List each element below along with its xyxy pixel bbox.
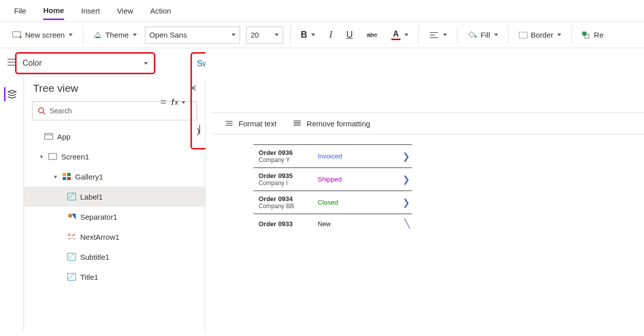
- chevron-down-icon: [494, 34, 498, 36]
- chevron-down-icon: ▾: [53, 174, 58, 180]
- tree-node-separator1[interactable]: Separator1: [33, 207, 205, 227]
- border-button[interactable]: Border: [516, 29, 564, 41]
- chevron-down-icon: [133, 34, 137, 36]
- bold-button[interactable]: B: [298, 28, 318, 42]
- tree-node-subtitle1[interactable]: Subtitle1: [33, 247, 205, 267]
- tab-view[interactable]: View: [117, 3, 133, 19]
- canvas: Format text Remove formatting Order 0936…: [205, 48, 644, 332]
- svg-rect-0: [13, 32, 21, 37]
- new-screen-button[interactable]: New screen: [9, 29, 76, 41]
- svg-point-16: [74, 234, 75, 236]
- chevron-right-icon[interactable]: ❯: [402, 151, 410, 162]
- reorder-button[interactable]: Re: [579, 29, 606, 41]
- chevron-down-icon: [557, 34, 561, 36]
- format-text-button[interactable]: Format text: [225, 119, 277, 128]
- remove-formatting-button[interactable]: Remove formatting: [293, 119, 370, 128]
- order-status: Closed: [318, 199, 398, 206]
- order-title: Order 0936: [259, 149, 314, 156]
- separator-icon: [67, 213, 76, 221]
- format-bar: Format text Remove formatting: [212, 112, 644, 134]
- order-title: Order 0933: [259, 220, 314, 228]
- property-select[interactable]: Color: [15, 52, 155, 74]
- chevron-down-icon: [69, 34, 73, 36]
- gallery-preview: Order 0936Company YInvoiced❯Order 0935Co…: [254, 144, 412, 233]
- fill-label: Fill: [481, 31, 490, 39]
- underline-button[interactable]: U: [343, 28, 356, 42]
- chevron-down-icon: [404, 34, 408, 36]
- font-family-select[interactable]: Open Sans: [145, 27, 240, 44]
- gallery-row[interactable]: Order 0936Company YInvoiced❯: [254, 144, 412, 168]
- chevron-down-icon: [311, 34, 315, 36]
- order-status: Shipped: [318, 176, 398, 183]
- fill-button[interactable]: Fill: [465, 29, 501, 42]
- order-subtitle: Company BB: [259, 203, 314, 210]
- tree-node-gallery1[interactable]: ▾ Gallery1: [33, 166, 205, 187]
- align-button[interactable]: [426, 29, 450, 41]
- chevron-down-icon: [232, 34, 236, 36]
- order-title: Order 0934: [259, 195, 314, 203]
- order-subtitle: Company Y: [259, 156, 314, 163]
- theme-button[interactable]: Theme: [90, 29, 140, 41]
- reorder-label: Re: [594, 31, 603, 39]
- gallery-row[interactable]: Order 0933New╲: [254, 214, 412, 233]
- svg-rect-8: [49, 153, 57, 159]
- tab-insert[interactable]: Insert: [81, 3, 100, 19]
- remove-formatting-icon: [293, 120, 302, 127]
- order-subtitle: Company I: [259, 180, 314, 187]
- font-color-button[interactable]: A: [388, 28, 411, 42]
- property-value: Color: [23, 59, 42, 68]
- menubar: File Home Insert View Action: [0, 0, 644, 22]
- svg-rect-9: [63, 173, 66, 176]
- reorder-icon: [582, 31, 591, 39]
- svg-rect-10: [67, 173, 71, 176]
- label-icon: [67, 273, 76, 281]
- chevron-right-icon[interactable]: ❯: [402, 174, 410, 185]
- tab-file[interactable]: File: [14, 3, 26, 19]
- chevron-right-icon[interactable]: ❯: [402, 197, 410, 208]
- fill-icon: [468, 31, 478, 40]
- svg-rect-13: [68, 193, 76, 200]
- svg-rect-1: [96, 37, 100, 38]
- font-size-value: 20: [251, 31, 259, 39]
- border-icon: [519, 32, 528, 39]
- font-size-select[interactable]: 20: [246, 27, 283, 44]
- new-screen-icon: [12, 31, 22, 39]
- svg-point-15: [68, 234, 70, 236]
- svg-rect-11: [63, 177, 66, 180]
- tree-node-title1[interactable]: Title1: [33, 267, 205, 287]
- gallery-icon: [62, 173, 71, 181]
- tree-node-label1[interactable]: Label1: [24, 187, 205, 207]
- order-status: Invoiced: [318, 152, 398, 160]
- fx-button[interactable]: fx: [171, 94, 185, 108]
- toolbar: New screen Theme Open Sans 20 B I U abc: [0, 22, 644, 48]
- new-screen-label: New screen: [25, 31, 65, 39]
- svg-rect-12: [67, 177, 71, 180]
- nextarrow-icon: [67, 233, 76, 241]
- chevron-down-icon: [275, 34, 279, 36]
- theme-label: Theme: [105, 31, 129, 39]
- theme-icon: [93, 31, 102, 39]
- svg-rect-17: [68, 253, 76, 260]
- label-icon: [67, 193, 76, 201]
- chevron-down-icon: [181, 101, 185, 104]
- svg-rect-4: [582, 32, 586, 36]
- equals-icon: =: [160, 94, 166, 108]
- chevron-right-icon[interactable]: ╲: [404, 218, 410, 229]
- align-icon: [429, 31, 439, 39]
- strikethrough-button[interactable]: abc: [364, 29, 380, 41]
- gallery-row[interactable]: Order 0934Company BBClosed❯: [254, 191, 412, 214]
- gallery-row[interactable]: Order 0935Company IShipped❯: [254, 168, 412, 191]
- tree-node-screen1[interactable]: ▾ Screen1: [33, 146, 205, 166]
- format-text-icon: [225, 120, 234, 127]
- tree-node-nextarrow1[interactable]: NextArrow1: [33, 227, 205, 247]
- svg-point-14: [68, 214, 72, 218]
- font-family-value: Open Sans: [149, 31, 187, 39]
- svg-rect-18: [68, 273, 76, 280]
- tree: App ▾ Screen1 ▾ Gallery1 Label1 Separato…: [24, 125, 205, 287]
- order-status: New: [318, 220, 400, 228]
- tab-home[interactable]: Home: [43, 2, 64, 20]
- label-icon: [67, 253, 76, 261]
- tab-action[interactable]: Action: [150, 3, 171, 19]
- border-label: Border: [531, 31, 553, 39]
- italic-button[interactable]: I: [326, 28, 335, 42]
